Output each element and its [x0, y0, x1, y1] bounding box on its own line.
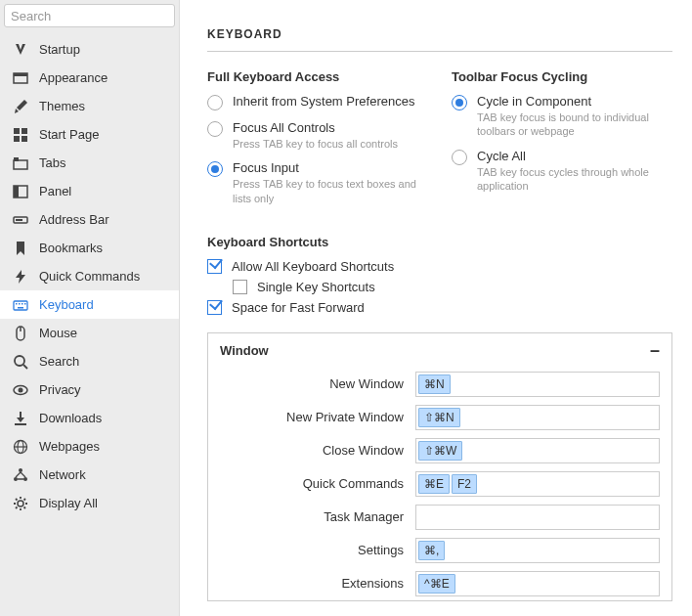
sidebar-item-mouse[interactable]: Mouse	[0, 319, 179, 347]
sidebar-item-webpages[interactable]: Webpages	[0, 432, 179, 461]
sidebar-item-network[interactable]: Network	[0, 461, 179, 489]
svg-rect-1	[14, 73, 27, 76]
radio-option[interactable]: Focus All ControlsPress TAB key to focus…	[207, 120, 428, 151]
sidebar-item-startup[interactable]: Startup	[0, 35, 179, 64]
sidebar-item-label: Startup	[39, 42, 80, 57]
keyboard-icon	[12, 296, 29, 314]
sidebar-item-panel[interactable]: Panel	[0, 177, 179, 205]
shortcut-input[interactable]: ⌘N	[415, 372, 660, 397]
checkbox-box	[207, 300, 222, 315]
svg-rect-7	[14, 157, 19, 161]
radio-desc: Press TAB key to focus text boxes and li…	[233, 177, 428, 205]
sidebar-item-label: Tabs	[39, 155, 65, 170]
svg-rect-12	[14, 301, 27, 310]
svg-point-20	[15, 356, 24, 366]
radio-desc: TAB key focus cycles through whole appli…	[477, 165, 672, 194]
shortcut-label: New Private Window	[220, 410, 415, 424]
gear-icon	[12, 495, 29, 512]
shortcut-input[interactable]: ⌘EF2	[415, 471, 660, 497]
sidebar-item-label: Downloads	[39, 411, 102, 425]
radio-option[interactable]: Inherit from System Preferences	[207, 94, 428, 110]
sidebar-item-keyboard[interactable]: Keyboard	[0, 290, 179, 319]
search-input[interactable]	[4, 4, 175, 27]
shortcut-input[interactable]	[415, 505, 660, 530]
svg-rect-2	[14, 128, 20, 134]
shortcut-input[interactable]: ^⌘E	[415, 571, 660, 596]
svg-line-36	[16, 499, 18, 501]
shortcut-key: ⌘,	[418, 541, 445, 560]
sidebar-item-themes[interactable]: Themes	[0, 92, 179, 120]
shortcut-row: New Window⌘N	[208, 368, 671, 401]
sidebar-item-privacy[interactable]: Privacy	[0, 375, 179, 404]
sidebar-item-tabs[interactable]: Tabs	[0, 149, 179, 177]
shortcut-key: ⌘N	[418, 374, 451, 394]
shortcut-row: Quick Commands⌘EF2	[208, 467, 671, 501]
sidebar-item-bookmarks[interactable]: Bookmarks	[0, 234, 179, 262]
panel-icon	[12, 183, 29, 200]
svg-point-29	[14, 477, 18, 481]
group-header[interactable]: Window –	[208, 333, 671, 368]
checkbox-option[interactable]: Space for Fast Forward	[207, 300, 672, 315]
svg-rect-6	[14, 160, 27, 169]
svg-rect-9	[14, 186, 19, 198]
radio-option[interactable]: Focus InputPress TAB key to focus text b…	[207, 160, 428, 205]
radio-label: Inherit from System Preferences	[233, 94, 428, 109]
globe-icon	[12, 438, 29, 456]
sidebar-item-appearance[interactable]: Appearance	[0, 64, 179, 92]
sidebar-item-label: Mouse	[39, 326, 77, 340]
svg-line-21	[23, 365, 27, 369]
shortcuts-title: Keyboard Shortcuts	[207, 235, 672, 249]
shortcut-label: Close Window	[220, 443, 415, 458]
sidebar-item-downloads[interactable]: Downloads	[0, 404, 179, 432]
sidebar-item-label: Quick Commands	[39, 269, 140, 284]
sidebar-item-search[interactable]: Search	[0, 347, 179, 375]
sidebar-item-address-bar[interactable]: Address Bar	[0, 205, 179, 234]
options-columns: Full Keyboard Access Inherit from System…	[207, 69, 672, 215]
radio-desc: TAB key focus is bound to individual too…	[477, 110, 672, 139]
sidebar-item-quick-commands[interactable]: Quick Commands	[0, 262, 179, 290]
shortcut-label: Extensions	[220, 576, 415, 591]
download-icon	[12, 410, 29, 427]
sidebar-item-label: Privacy	[39, 382, 81, 397]
svg-rect-3	[22, 128, 27, 134]
svg-point-30	[23, 477, 27, 481]
sidebar-nav: StartupAppearanceThemesStart PageTabsPan…	[0, 31, 179, 616]
network-icon	[12, 466, 29, 484]
sidebar-item-label: Themes	[39, 99, 85, 113]
toolbar-cycling-title: Toolbar Focus Cycling	[452, 69, 672, 84]
svg-rect-4	[14, 136, 20, 142]
svg-line-38	[16, 506, 18, 508]
radio-option[interactable]: Cycle AllTAB key focus cycles through wh…	[452, 149, 672, 194]
shortcut-key: ⇧⌘W	[418, 441, 462, 461]
shortcut-key: ⇧⌘N	[418, 408, 460, 427]
checkbox-option[interactable]: Allow All Keyboard Shortcuts	[207, 259, 672, 274]
full-access-section: Full Keyboard Access Inherit from System…	[207, 69, 428, 215]
main-panel: KEYBOARD Full Keyboard Access Inherit fr…	[180, 0, 692, 616]
shortcut-key: ^⌘E	[418, 574, 455, 594]
checkbox-option[interactable]: Single Key Shortcuts	[233, 280, 672, 294]
shortcut-input[interactable]: ⇧⌘N	[415, 405, 660, 430]
svg-line-39	[24, 499, 26, 501]
radio-dot	[452, 95, 467, 110]
shortcut-input[interactable]: ⌘,	[415, 538, 660, 563]
collapse-icon[interactable]: –	[650, 345, 660, 355]
sidebar-item-label: Keyboard	[39, 297, 94, 312]
radio-label: Cycle in Component	[477, 94, 672, 109]
mouse-icon	[12, 325, 29, 342]
svg-rect-16	[24, 303, 26, 305]
radio-option[interactable]: Cycle in ComponentTAB key focus is bound…	[452, 94, 672, 139]
shortcut-label: Settings	[220, 543, 415, 557]
address-icon	[12, 211, 29, 229]
shortcut-input[interactable]: ⇧⌘W	[415, 438, 660, 463]
sidebar-item-label: Network	[39, 467, 86, 482]
bolt-icon	[12, 268, 29, 286]
shortcut-label: Quick Commands	[220, 476, 415, 491]
shortcut-label: New Window	[220, 376, 415, 391]
radio-desc: Press TAB key to focus all controls	[233, 137, 428, 151]
checkbox-box	[233, 280, 247, 294]
sidebar-item-label: Search	[39, 354, 79, 369]
sidebar-item-start-page[interactable]: Start Page	[0, 120, 179, 149]
sidebar-item-display-all[interactable]: Display All	[0, 489, 179, 517]
full-access-title: Full Keyboard Access	[207, 69, 428, 84]
radio-dot	[207, 121, 223, 137]
